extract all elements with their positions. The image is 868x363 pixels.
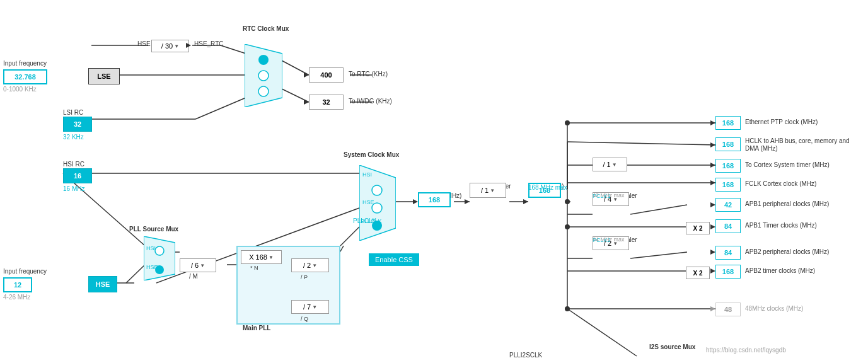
svg-marker-71 [710,268,715,274]
pclk2-max: 84 MHz max [593,236,625,243]
pll-n-select[interactable]: X 168 ▼ [241,250,282,264]
hse-div30-select[interactable]: / 30 ▼ [151,40,189,52]
lsi-rc-label: LSI RC [63,109,83,116]
fclk-label: FCLK Cortex clock (MHz) [745,180,816,187]
hsi-freq-box: 16 [63,168,92,183]
svg-line-6 [281,60,309,75]
hclk-ahb-val: 168 [715,137,741,151]
sys-mux-shape: HSI HSE PLLCLK [359,165,396,241]
svg-text:HSI: HSI [146,245,156,251]
svg-point-51 [372,203,382,213]
fclk-val: 168 [715,178,741,192]
pll-p-select[interactable]: / 2 ▼ [291,258,329,272]
svg-line-5 [195,98,246,119]
svg-line-32 [630,252,687,258]
svg-marker-61 [413,199,418,204]
hse-freq-input[interactable]: 12 [3,277,32,292]
pll-p-label: / P [301,274,402,280]
svg-point-46 [258,86,269,96]
eth-ptp-val: 168 [715,116,741,130]
apb1-periph-val: 42 [715,198,741,212]
lsi-freq-label: 32 KHz [63,134,84,141]
svg-marker-43 [245,44,282,107]
svg-point-75 [565,120,570,125]
pll-m-label: / M [189,273,198,280]
svg-point-45 [258,71,269,81]
apb1-timer-label: APB1 Timer clocks (MHz) [745,222,817,229]
svg-marker-70 [710,250,715,255]
hse-label-top: HSE [137,40,151,47]
apb2-timer-val: 168 [715,265,741,279]
hse-box: HSE [88,276,117,292]
pll-q-select[interactable]: / 7 ▼ [291,300,329,314]
mhz48-val: 48 [715,302,741,316]
svg-line-40 [63,173,145,246]
svg-point-58 [155,265,164,274]
svg-point-74 [565,199,570,204]
svg-point-56 [155,246,164,255]
svg-marker-62 [465,199,470,204]
svg-line-42 [567,309,637,356]
eth-ptp-label: Ethernet PTP clock (MHz) [745,118,818,125]
ahb-select[interactable]: / 1 ▼ [470,183,506,198]
sysclk-val-box: 168 [418,192,451,207]
iwdg-val-box: 32 [309,95,344,110]
enable-css-button[interactable]: Enable CSS [369,253,419,266]
hsi-rc-label: HSI RC [63,161,84,168]
svg-line-7 [281,88,309,102]
mhz48-label: 48MHz clocks (MHz) [745,305,803,312]
to-rtc-label: To RTC (KHz) [349,71,388,78]
pll-m-select[interactable]: / 6 ▼ [180,258,216,272]
cortex-timer-label: To Cortex System timer (MHz) [745,161,830,168]
svg-point-77 [565,306,570,311]
main-pll-label: Main PLL [243,325,270,331]
apb2-timer-label: APB2 timer clocks (MHz) [745,267,815,274]
svg-marker-47 [359,165,396,241]
svg-marker-69 [710,224,715,229]
input-freq-label-bottom: Input frequency [3,268,47,275]
svg-marker-72 [710,306,715,311]
pll-source-mux-label: PLL Source Mux [129,226,178,233]
pll-q-label: / Q [301,316,402,322]
website-label: https://blog.csdn.net/lqysgdb [706,347,786,354]
plli2sclk-label: PLLI2SCLK [509,352,542,359]
apb1-timer-val: 84 [715,219,741,233]
hse-range-label: 4-26 MHz [3,294,30,301]
svg-text:HSE: HSE [146,264,158,270]
svg-marker-67 [710,180,715,185]
svg-point-76 [565,224,570,229]
svg-line-29 [630,205,687,214]
lse-freq-input[interactable]: 32.768 [3,69,47,84]
lsi-freq-box: 32 [63,117,92,132]
svg-marker-63 [523,199,528,204]
pllclk-label: PLLCLK [353,217,376,224]
hclk-ahb-label: HCLK to AHB bus, core, memory and DMA (M… [745,137,859,153]
apb2-periph-label: APB2 peripheral clocks (MHz) [745,248,829,255]
pclk1-max: 42 MHz max [593,192,625,199]
hsi-freq-label: 16 MHz [63,185,84,192]
hse-rtc-label: HSE_RTC [194,40,224,47]
lse-box: LSE [88,68,120,84]
input-freq-label-top: Input frequency [3,60,47,67]
svg-text:HSE: HSE [362,199,374,205]
rtc-val-box: 400 [309,67,344,83]
cortex-div-select[interactable]: / 1 ▼ [593,158,627,171]
svg-point-49 [372,185,382,195]
svg-line-41 [126,265,145,283]
svg-marker-68 [710,202,715,207]
rtc-clock-mux-label: RTC Clock Mux [243,25,289,32]
svg-marker-60 [304,100,309,105]
to-iwdg-label: To IWDG (KHz) [349,98,392,105]
main-pll-box: X 168 ▼ * N / 2 ▼ / P / 7 ▼ / Q [236,246,340,325]
pll-mux-shape: HSI HSE [144,236,175,280]
sys-clock-mux-label: System Clock Mux [344,151,399,158]
clock-diagram: Input frequency 32.768 0-1000 KHz LSE LS… [0,0,868,363]
svg-marker-66 [710,163,715,168]
apb2-periph-val: 84 [715,246,741,260]
hclk-max-label: 168 MHz max [528,184,567,191]
svg-point-44 [258,55,269,65]
apb1-x2-box: X 2 [686,222,710,234]
i2s-source-mux-label: I2S source Mux [649,343,695,350]
svg-marker-65 [710,142,715,147]
svg-text:HSI: HSI [362,171,372,178]
